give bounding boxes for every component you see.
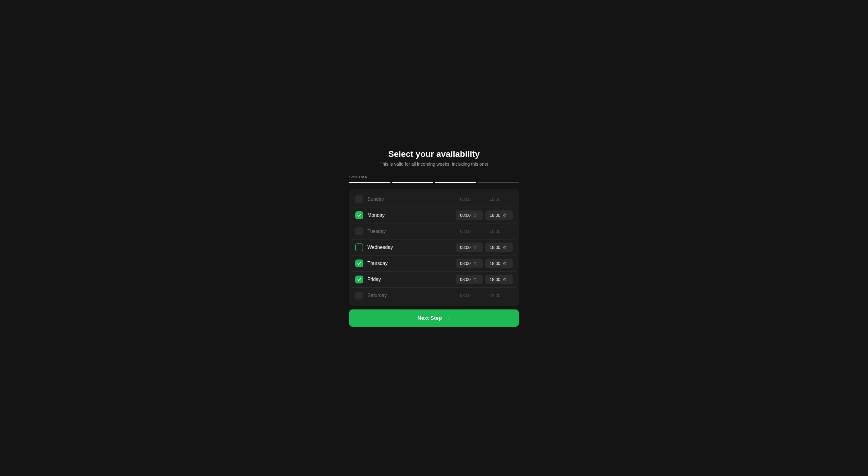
day-label-tuesday: Tuesday (367, 229, 452, 234)
time-inputs-sunday: 08:0018:00 (456, 195, 513, 204)
end-time-saturday[interactable]: 18:00 (486, 291, 513, 300)
start-time-friday[interactable]: 08:00⏱ (456, 275, 483, 284)
days-card: Sunday08:0018:00Monday08:00⏱18:00⏱Tuesda… (349, 189, 519, 306)
checkbox-tuesday[interactable] (355, 228, 363, 235)
next-step-button[interactable]: Next Step → (349, 309, 519, 327)
arrow-icon: → (445, 315, 451, 321)
time-inputs-thursday: 08:00⏱18:00⏱ (456, 259, 513, 268)
day-label-monday: Monday (367, 213, 452, 218)
page-title: Select your availability (388, 149, 480, 159)
time-inputs-friday: 08:00⏱18:00⏱ (456, 275, 513, 284)
start-time-saturday[interactable]: 08:00 (456, 291, 483, 300)
step-bar-3 (435, 182, 476, 183)
step-label: Step 3 of 4 (349, 175, 519, 179)
checkbox-friday[interactable] (355, 275, 363, 284)
day-row-sunday: Sunday08:0018:00 (352, 191, 516, 207)
end-time-friday[interactable]: 18:00⏱ (486, 275, 513, 284)
start-time-tuesday[interactable]: 08:00 (456, 227, 483, 236)
day-row-friday: Friday08:00⏱18:00⏱ (352, 272, 516, 288)
time-inputs-wednesday: 08:00⏱18:00⏱ (456, 242, 513, 252)
checkbox-saturday[interactable] (355, 292, 363, 299)
checkbox-sunday[interactable] (355, 195, 363, 203)
day-label-sunday: Sunday (367, 197, 452, 202)
start-time-monday[interactable]: 08:00⏱ (456, 210, 483, 220)
day-label-wednesday: Wednesday (367, 245, 452, 250)
page-subtitle: This is valid for all incoming weeks, in… (380, 161, 489, 167)
end-time-thursday[interactable]: 18:00⏱ (486, 259, 513, 268)
start-time-thursday[interactable]: 08:00⏱ (456, 259, 483, 268)
step-bar-1 (349, 182, 391, 183)
day-row-wednesday: Wednesday08:00⏱18:00⏱ (352, 239, 516, 256)
step-bars (349, 182, 519, 183)
checkbox-wednesday[interactable] (355, 243, 363, 251)
day-label-thursday: Thursday (367, 261, 452, 266)
start-time-sunday[interactable]: 08:00 (456, 195, 483, 204)
day-row-thursday: Thursday08:00⏱18:00⏱ (352, 256, 516, 272)
main-container: Select your availability This is valid f… (349, 149, 519, 327)
step-bar-2 (392, 182, 433, 183)
step-bar-4 (478, 182, 519, 183)
day-row-saturday: Saturday08:0018:00 (352, 288, 516, 303)
end-time-tuesday[interactable]: 18:00 (486, 227, 513, 236)
checkbox-monday[interactable] (355, 211, 363, 219)
time-inputs-tuesday: 08:0018:00 (456, 227, 513, 236)
next-step-label: Next Step (417, 315, 442, 321)
day-label-friday: Friday (367, 277, 452, 282)
end-time-wednesday[interactable]: 18:00⏱ (486, 242, 513, 252)
day-row-monday: Monday08:00⏱18:00⏱ (352, 207, 516, 224)
start-time-wednesday[interactable]: 08:00⏱ (456, 242, 483, 252)
day-label-saturday: Saturday (367, 293, 452, 298)
end-time-monday[interactable]: 18:00⏱ (486, 210, 513, 220)
time-inputs-monday: 08:00⏱18:00⏱ (456, 210, 513, 220)
checkbox-thursday[interactable] (355, 260, 363, 267)
time-inputs-saturday: 08:0018:00 (456, 291, 513, 300)
end-time-sunday[interactable]: 18:00 (486, 195, 513, 204)
step-indicator: Step 3 of 4 (349, 175, 519, 183)
day-row-tuesday: Tuesday08:0018:00 (352, 224, 516, 239)
